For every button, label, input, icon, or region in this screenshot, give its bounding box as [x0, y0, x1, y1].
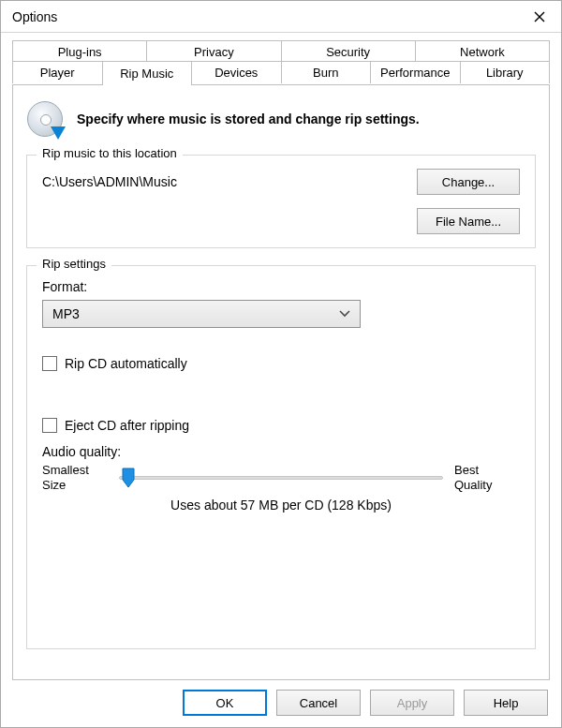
eject-after-checkbox[interactable]: Eject CD after ripping	[42, 418, 520, 433]
apply-button[interactable]: Apply	[370, 690, 454, 716]
format-value: MP3	[52, 306, 339, 321]
checkbox-box	[42, 356, 57, 371]
tab-performance[interactable]: Performance	[370, 61, 461, 83]
tab-rip-music[interactable]: Rip Music	[102, 61, 193, 85]
ok-button[interactable]: OK	[183, 690, 267, 716]
options-dialog: Options Plug-insPrivacySecurityNetwork P…	[0, 0, 562, 728]
tab-network[interactable]: Network	[415, 40, 550, 63]
group-legend: Rip music to this location	[37, 146, 183, 160]
dialog-buttons: OK Cancel Apply Help	[1, 680, 561, 727]
chevron-down-icon	[339, 310, 350, 318]
slider-hint: Uses about 57 MB per CD (128 Kbps)	[42, 498, 520, 513]
cd-rip-icon	[26, 100, 64, 138]
tab-privacy[interactable]: Privacy	[146, 40, 281, 63]
group-legend: Rip settings	[37, 257, 111, 271]
format-label: Format:	[42, 279, 520, 294]
slider-thumb-icon	[121, 467, 136, 489]
rip-location-path: C:\Users\ADMIN\Music	[42, 169, 406, 189]
help-button[interactable]: Help	[464, 690, 548, 716]
group-rip-settings: Rip settings Format: MP3 Rip CD automati…	[26, 265, 536, 649]
tab-page-rip-music: Specify where music is stored and change…	[12, 84, 550, 680]
close-icon	[534, 11, 545, 22]
tab-plug-ins[interactable]: Plug-ins	[12, 40, 147, 63]
file-name-button[interactable]: File Name...	[417, 208, 520, 234]
tab-library[interactable]: Library	[460, 61, 551, 83]
rip-auto-checkbox[interactable]: Rip CD automatically	[42, 356, 520, 371]
format-select[interactable]: MP3	[42, 300, 361, 328]
slider-min-label: SmallestSize	[42, 463, 108, 492]
checkbox-box	[42, 418, 57, 433]
close-button[interactable]	[518, 1, 561, 32]
audio-quality-label: Audio quality:	[42, 444, 520, 459]
checkbox-label: Rip CD automatically	[65, 356, 187, 371]
group-rip-location: Rip music to this location C:\Users\ADMI…	[26, 155, 536, 248]
cancel-button[interactable]: Cancel	[276, 690, 361, 716]
tabstrip: Plug-insPrivacySecurityNetwork PlayerRip…	[12, 40, 550, 85]
slider-max-label: BestQuality	[454, 463, 520, 492]
checkbox-label: Eject CD after ripping	[65, 418, 189, 433]
change-location-button[interactable]: Change...	[417, 169, 520, 195]
tab-devices[interactable]: Devices	[191, 61, 282, 83]
tab-security[interactable]: Security	[281, 40, 416, 63]
titlebar: Options	[1, 1, 561, 33]
tab-burn[interactable]: Burn	[281, 61, 372, 83]
window-title: Options	[12, 9, 518, 24]
tab-player[interactable]: Player	[12, 61, 103, 83]
page-description: Specify where music is stored and change…	[77, 111, 420, 126]
audio-quality-slider[interactable]	[119, 466, 443, 490]
